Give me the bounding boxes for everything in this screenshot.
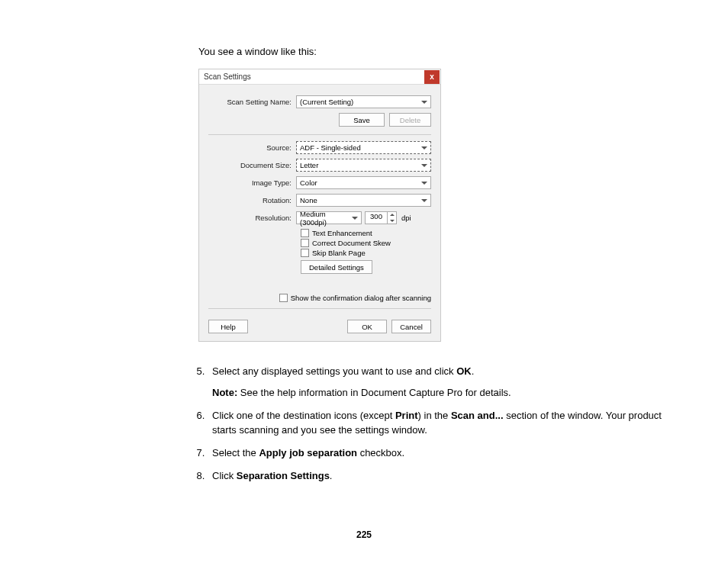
spinner-down-icon[interactable] bbox=[388, 218, 396, 224]
skip-blank-label: Skip Blank Page bbox=[312, 249, 366, 257]
step-6-b: Print bbox=[395, 410, 418, 421]
note-text: See the help information in Document Cap… bbox=[237, 387, 511, 398]
step-5: Select any displayed settings you want t… bbox=[208, 365, 687, 400]
step-8-b: Separation Settings bbox=[237, 470, 330, 481]
document-size-value: Letter bbox=[300, 161, 421, 169]
chevron-down-icon bbox=[421, 146, 427, 150]
rotation-dropdown[interactable]: None bbox=[296, 194, 431, 207]
chevron-down-icon bbox=[421, 101, 427, 104]
chevron-down-icon bbox=[352, 217, 358, 220]
step-8: Click Separation Settings. bbox=[208, 469, 687, 483]
scan-setting-name-value: (Current Setting) bbox=[300, 98, 421, 106]
divider bbox=[208, 134, 431, 135]
image-type-label: Image Type: bbox=[208, 179, 296, 187]
correct-skew-checkbox[interactable] bbox=[301, 239, 309, 247]
help-button[interactable]: Help bbox=[208, 320, 248, 333]
text-enhancement-label: Text Enhancement bbox=[312, 229, 372, 237]
source-label: Source: bbox=[208, 143, 296, 152]
text-enhancement-checkbox[interactable] bbox=[301, 229, 309, 237]
step-8-c: . bbox=[330, 470, 333, 481]
rotation-label: Rotation: bbox=[208, 196, 296, 204]
save-button[interactable]: Save bbox=[339, 113, 385, 127]
close-icon[interactable]: x bbox=[424, 70, 440, 84]
chevron-down-icon bbox=[421, 182, 427, 185]
step-7-c: checkbox. bbox=[357, 447, 404, 458]
step-6-c: ) in the bbox=[418, 410, 451, 421]
document-size-label: Document Size: bbox=[208, 161, 296, 169]
step-7-a: Select the bbox=[212, 447, 259, 458]
document-size-dropdown[interactable]: Letter bbox=[296, 159, 431, 172]
source-dropdown[interactable]: ADF - Single-sided bbox=[296, 141, 431, 154]
resolution-spinner[interactable]: 300 bbox=[365, 211, 397, 224]
step-5-bold: OK bbox=[456, 365, 472, 377]
step-6: Click one of the destination icons (exce… bbox=[208, 409, 687, 436]
instruction-list: Select any displayed settings you want t… bbox=[198, 365, 687, 483]
skip-blank-checkbox[interactable] bbox=[301, 249, 309, 257]
step-6-d: Scan and... bbox=[451, 410, 504, 421]
resolution-number: 300 bbox=[366, 212, 387, 224]
divider bbox=[208, 308, 431, 309]
detailed-settings-button[interactable]: Detailed Settings bbox=[301, 260, 372, 274]
scan-setting-name-label: Scan Setting Name: bbox=[208, 98, 296, 106]
ok-button[interactable]: OK bbox=[347, 320, 387, 333]
step-5-text-c: . bbox=[472, 365, 475, 377]
step-7-b: Apply job separation bbox=[259, 447, 357, 458]
scan-settings-dialog: Scan Settings x Scan Setting Name: (Curr… bbox=[198, 69, 441, 342]
note-label: Note: bbox=[212, 387, 237, 398]
step-5-text-a: Select any displayed settings you want t… bbox=[212, 365, 456, 377]
confirm-dialog-label: Show the confirmation dialog after scann… bbox=[291, 294, 431, 302]
confirm-dialog-checkbox[interactable] bbox=[279, 294, 288, 302]
chevron-down-icon bbox=[421, 164, 427, 167]
dpi-label: dpi bbox=[401, 214, 411, 222]
rotation-value: None bbox=[300, 196, 421, 204]
scan-setting-name-dropdown[interactable]: (Current Setting) bbox=[296, 95, 431, 108]
image-type-dropdown[interactable]: Color bbox=[296, 176, 431, 189]
cancel-button[interactable]: Cancel bbox=[391, 320, 431, 333]
resolution-label: Resolution: bbox=[208, 214, 296, 222]
dialog-titlebar: Scan Settings x bbox=[199, 69, 440, 85]
intro-text: You see a window like this: bbox=[198, 46, 728, 57]
page-number: 225 bbox=[0, 529, 728, 540]
spinner-up-icon[interactable] bbox=[388, 212, 396, 218]
chevron-down-icon bbox=[421, 199, 427, 202]
resolution-dropdown[interactable]: Medium (300dpi) bbox=[296, 211, 362, 224]
correct-skew-label: Correct Document Skew bbox=[312, 239, 391, 247]
resolution-value: Medium (300dpi) bbox=[300, 210, 352, 227]
image-type-value: Color bbox=[300, 179, 421, 187]
dialog-title: Scan Settings bbox=[204, 72, 424, 81]
step-7: Select the Apply job separation checkbox… bbox=[208, 446, 687, 460]
source-value: ADF - Single-sided bbox=[300, 143, 421, 152]
step-6-a: Click one of the destination icons (exce… bbox=[212, 410, 395, 421]
step-8-a: Click bbox=[212, 470, 237, 481]
delete-button[interactable]: Delete bbox=[389, 113, 431, 127]
